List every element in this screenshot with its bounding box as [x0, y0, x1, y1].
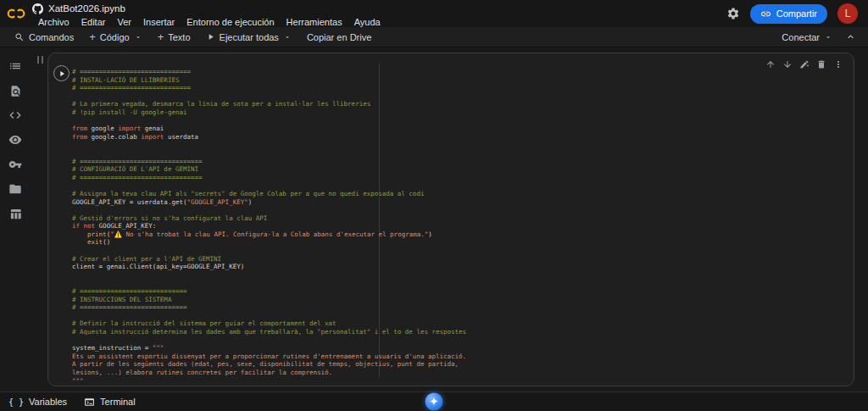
header-center: XatBot2026.ipynb Archivo Editar Ver Inse… [32, 0, 387, 28]
code-line[interactable]: # Gestió d'errors si no s'ha configurat … [72, 214, 849, 223]
commands-button[interactable]: Comandos [7, 27, 81, 47]
code-snippets-icon[interactable] [3, 107, 27, 124]
chevron-down-icon [824, 33, 832, 42]
chevron-down-icon [283, 33, 292, 42]
code-line[interactable]: ​ [72, 92, 849, 101]
code-line[interactable]: # Aquesta instrucció determina les dades… [72, 328, 849, 336]
code-editor[interactable]: # =============================# INSTAL·… [72, 68, 849, 380]
code-line[interactable]: ​ [72, 149, 849, 158]
add-text-button[interactable]: + Texto [150, 27, 198, 47]
code-line[interactable]: # ============================ [72, 303, 849, 312]
collapse-header-icon[interactable] [840, 31, 861, 42]
variables-label: Variables [29, 397, 67, 407]
gemini-spark-button[interactable] [426, 393, 443, 411]
code-line[interactable]: client = genai.Client(api_key=GOOGLE_API… [72, 263, 849, 271]
menu-item-insertar[interactable]: Insertar [137, 17, 181, 27]
variables-button[interactable]: { } Variables [8, 397, 67, 407]
code-line[interactable]: ​ [72, 181, 849, 190]
code-line[interactable]: Ets un assistent esportiu dissenyat per … [72, 353, 849, 361]
run-all-label: Ejecutar todas [220, 32, 279, 42]
code-line[interactable]: ​ [72, 279, 849, 287]
code-line[interactable]: lesions, ...) elabora rutines concretes … [72, 369, 849, 377]
commands-label: Comandos [29, 32, 74, 42]
code-line[interactable]: # La primera vegada, desmarca la línia d… [72, 100, 849, 108]
find-and-replace-icon[interactable] [3, 82, 27, 99]
toolbar-right: Conectar [774, 27, 861, 47]
code-line[interactable]: """ [72, 377, 849, 380]
connect-button[interactable]: Conectar [774, 27, 840, 47]
connect-label: Conectar [782, 32, 820, 42]
notebook-toolbar: Comandos + Código + Texto Ejecutar todas… [0, 27, 868, 47]
code-line[interactable]: ​ [72, 336, 849, 345]
header-right: Compartir L [726, 0, 868, 27]
code-line[interactable]: # ============================= [72, 84, 849, 92]
share-button[interactable]: Compartir [750, 4, 827, 24]
code-line[interactable]: ​ [72, 312, 849, 320]
code-line[interactable]: print("⚠️ No s'ha trobat la clau API. Co… [72, 230, 849, 239]
add-code-button[interactable]: + Código [81, 27, 149, 47]
chevron-down-icon [134, 33, 142, 42]
secrets-key-icon[interactable] [3, 156, 27, 173]
menu-item-ver[interactable]: Ver [111, 17, 137, 27]
code-line[interactable]: from google import genai [72, 125, 849, 133]
code-line[interactable]: from google.colab import userdata [72, 133, 849, 142]
code-line[interactable]: if not GOOGLE_API_KEY: [72, 222, 849, 230]
add-code-label: Código [100, 32, 130, 42]
add-text-label: Texto [168, 32, 190, 42]
data-table-icon[interactable] [3, 205, 27, 222]
code-line[interactable]: # ============================ [72, 287, 849, 296]
menu-item-herramientas[interactable]: Herramientas [281, 17, 348, 27]
share-label: Compartir [776, 8, 817, 19]
app-header: XatBot2026.ipynb Archivo Editar Ver Inse… [0, 0, 868, 27]
code-line[interactable]: # Crear el client per a l'API de GEMINI [72, 255, 849, 264]
colab-app: XatBot2026.ipynb Archivo Editar Ver Inse… [0, 0, 868, 411]
code-line[interactable]: # ================================ [72, 158, 849, 166]
code-line[interactable]: A partir de les següents dades (edat, pe… [72, 360, 849, 369]
status-bar: { } Variables Terminal [0, 392, 868, 411]
notebook-area: # =============================# INSTAL·… [31, 47, 868, 392]
menu-item-entorno-de-ejecucion[interactable]: Entorno de ejecución [181, 17, 280, 27]
menu-item-archivo[interactable]: Archivo [32, 17, 75, 27]
code-content[interactable]: # =============================# INSTAL·… [72, 68, 849, 380]
link-icon [760, 8, 771, 19]
terminal-button[interactable]: Terminal [84, 397, 136, 408]
code-line[interactable]: ​ [72, 247, 849, 255]
braces-icon: { } [8, 397, 24, 407]
avatar[interactable]: L [837, 3, 858, 24]
code-line[interactable]: ​ [72, 271, 849, 280]
code-line[interactable]: # ============================= [72, 68, 849, 76]
menu-item-ayuda[interactable]: Ayuda [348, 17, 387, 27]
github-icon[interactable] [32, 3, 43, 14]
code-line[interactable]: exit() [72, 238, 849, 247]
variable-inspector-eye-icon[interactable] [3, 131, 27, 148]
play-icon [206, 32, 215, 42]
code-line[interactable]: # Assigna la teva clau API als "secrets"… [72, 190, 849, 198]
code-line[interactable]: ​ [72, 206, 849, 214]
plus-icon: + [89, 31, 96, 42]
code-line[interactable]: # Definir la instrucció del sistema per … [72, 319, 849, 328]
terminal-icon [84, 397, 95, 408]
code-line[interactable]: # INSTRUCCIONS DEL SISTEMA [72, 296, 849, 304]
colab-logo-icon[interactable] [0, 0, 32, 27]
code-line[interactable]: # !pip install -U google-genai [72, 108, 849, 117]
notebook-title[interactable]: XatBot2026.ipynb [48, 3, 125, 14]
table-of-contents-icon[interactable] [3, 58, 27, 75]
run-all-button[interactable]: Ejecutar todas [198, 27, 299, 47]
cell-grip[interactable] [37, 56, 43, 64]
copy-to-drive-label: Copiar en Drive [307, 32, 371, 42]
run-cell-button[interactable] [53, 65, 70, 81]
code-cell: # =============================# INSTAL·… [47, 53, 854, 386]
copy-to-drive-button[interactable]: Copiar en Drive [299, 27, 379, 47]
code-line[interactable]: system_instruction = """ [72, 344, 849, 353]
menu-item-editar[interactable]: Editar [75, 17, 112, 27]
title-row: XatBot2026.ipynb [32, 2, 387, 15]
code-line[interactable]: # CONFIGURACIÓ DE L'API de GEMINI [72, 165, 849, 174]
code-line[interactable]: # INSTAL·LACIÓ DE LLIBRERIES [72, 76, 849, 85]
files-folder-icon[interactable] [3, 181, 27, 197]
code-line[interactable]: ​ [72, 117, 849, 125]
code-line[interactable]: ​ [72, 141, 849, 149]
code-line[interactable]: GOOGLE_API_KEY = userdata.get("GOOGLE_AP… [72, 198, 849, 207]
settings-gear-icon[interactable] [726, 7, 740, 20]
code-line[interactable]: # ================================ [72, 174, 849, 182]
search-icon [14, 32, 25, 42]
